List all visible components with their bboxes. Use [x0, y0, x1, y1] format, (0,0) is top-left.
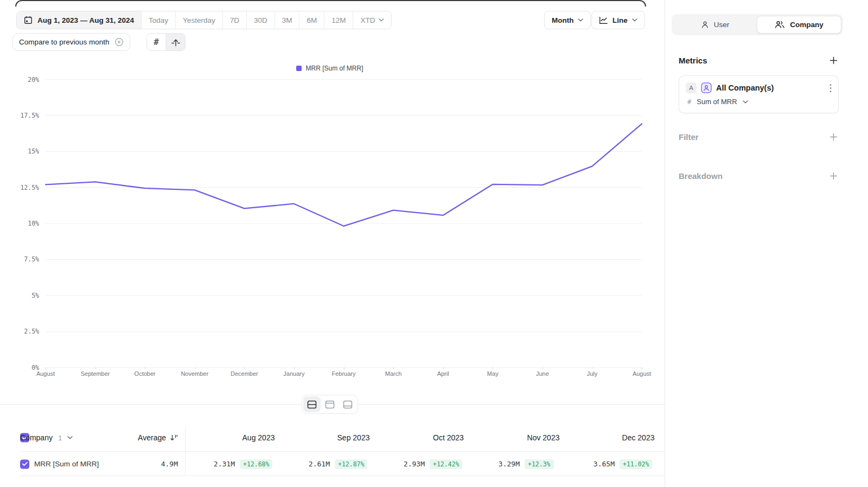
- compare-chip[interactable]: Compare to previous month: [12, 33, 130, 51]
- add-metric-button[interactable]: [829, 56, 838, 65]
- month-column-header[interactable]: Oct 2023: [401, 424, 496, 452]
- line-chart-plot-area[interactable]: [46, 79, 642, 367]
- company-metric-icon: [701, 82, 712, 93]
- chart-type-label: Line: [612, 16, 628, 24]
- cell-value: 2.93M: [401, 460, 425, 468]
- axis-tick: [195, 367, 195, 369]
- legend-label: MRR [Sum of MRR]: [305, 65, 363, 72]
- aggregation-label: Sum of MRR: [697, 98, 737, 106]
- month-column-header[interactable]: Nov 2023: [496, 424, 591, 452]
- range-preset-xtd[interactable]: XTD: [353, 11, 391, 29]
- x-axis-label: May: [487, 370, 499, 377]
- axis-tick: [542, 367, 543, 369]
- metric-card[interactable]: A All Company(s) # Sum of MRR: [679, 75, 839, 113]
- metric-menu-button[interactable]: [829, 84, 832, 93]
- calendar-icon: [24, 16, 33, 24]
- table-cell: 2.93M+12.42%: [401, 459, 496, 469]
- axis-tick: [344, 367, 344, 369]
- granularity-dropdown[interactable]: Month: [544, 11, 591, 29]
- table-row[interactable]: MRR [Sum of MRR] 4.9M 2.31M+12.68%2.61M+…: [0, 452, 665, 476]
- month-column-header[interactable]: Dec 2023: [591, 424, 665, 452]
- cell-value: 2.31M: [211, 460, 235, 468]
- axis-tick: [46, 367, 46, 369]
- average-column-header[interactable]: Average: [98, 424, 178, 452]
- line-chart-icon: [599, 16, 608, 24]
- x-axis-label: August: [36, 370, 55, 377]
- range-preset-button[interactable]: 6M: [299, 11, 324, 29]
- range-preset-button[interactable]: 7D: [222, 11, 246, 29]
- cell-value: 2.61M: [306, 460, 330, 468]
- mrr-line-series[interactable]: [46, 124, 642, 226]
- legend-swatch: [296, 66, 302, 71]
- main-panel: Aug 1, 2023 — Aug 31, 2024 TodayYesterda…: [0, 0, 665, 487]
- remove-compare-icon[interactable]: [114, 37, 124, 47]
- x-axis-label: April: [437, 370, 449, 377]
- entity-count: 1: [58, 434, 62, 442]
- delta-badge: +12.3%: [525, 459, 554, 469]
- chart-only-view-button[interactable]: [321, 396, 339, 412]
- hash-grid-icon: #: [154, 37, 158, 47]
- y-axis-label: 5%: [10, 292, 39, 299]
- split-view-icon: [307, 400, 317, 409]
- range-preset-button[interactable]: Yesterday: [175, 11, 222, 29]
- aggregation-selector[interactable]: # Sum of MRR: [679, 93, 838, 106]
- range-preset-button[interactable]: Today: [141, 11, 175, 29]
- range-preset-button[interactable]: 30D: [246, 11, 275, 29]
- sort-icon: [170, 434, 178, 441]
- metric-index-badge: A: [686, 82, 697, 93]
- axis-tick: [95, 367, 96, 369]
- layout-view-toggle: [302, 395, 358, 414]
- metric-row-average: 4.9M: [98, 452, 178, 476]
- chart-option-toggles: #: [146, 33, 186, 51]
- x-axis-label: October: [135, 370, 156, 377]
- chevron-down-icon: [632, 18, 637, 22]
- axis-tick: [443, 367, 444, 369]
- table-cell: 3.29M+12.3%: [496, 459, 591, 469]
- split-view-button[interactable]: [303, 396, 321, 412]
- chevron-down-icon: [67, 436, 73, 439]
- y-axis-label: 7.5%: [10, 255, 39, 263]
- x-axis-label: July: [587, 370, 598, 377]
- range-preset-button[interactable]: 12M: [324, 11, 353, 29]
- tab-user[interactable]: User: [673, 16, 757, 34]
- y-axis-label: 15%: [10, 148, 39, 155]
- x-axis-label: September: [81, 370, 110, 377]
- add-filter-button[interactable]: [829, 133, 838, 141]
- x-axis-label: June: [536, 370, 549, 377]
- bottom-view-icon: [343, 400, 353, 409]
- tab-company[interactable]: Company: [757, 16, 841, 34]
- delta-badge: +12.68%: [240, 459, 272, 469]
- axis-tick: [145, 367, 145, 369]
- month-column-header[interactable]: Sep 2023: [306, 424, 401, 452]
- x-axis-label: March: [385, 370, 402, 377]
- chart-legend[interactable]: MRR [Sum of MRR]: [0, 65, 660, 72]
- axis-tick: [592, 367, 592, 369]
- add-breakdown-button[interactable]: [829, 172, 838, 180]
- x-axis-label: November: [181, 370, 208, 377]
- grid-toggle-button[interactable]: #: [147, 34, 166, 50]
- metric-name: All Company(s): [716, 84, 774, 92]
- xtd-label: XTD: [360, 16, 375, 24]
- metric-row-name: MRR [Sum of MRR]: [34, 452, 99, 476]
- table-only-view-button[interactable]: [339, 396, 356, 412]
- range-preset-button[interactable]: 3M: [275, 11, 299, 29]
- average-label: Average: [138, 433, 166, 442]
- user-icon: [701, 21, 709, 29]
- month-column-header[interactable]: Aug 2023: [211, 424, 306, 452]
- tab-company-label: Company: [790, 21, 824, 29]
- config-sidebar: User Company Metrics A All Company(s): [665, 0, 868, 487]
- entity-label: Company: [20, 433, 53, 442]
- row-checkbox[interactable]: [20, 459, 29, 469]
- annotations-toggle-button[interactable]: [166, 34, 185, 50]
- chevron-down-icon: [743, 100, 748, 104]
- chart-type-dropdown[interactable]: Line: [591, 11, 645, 29]
- axis-tick: [493, 367, 493, 369]
- date-range-label: Aug 1, 2023 — Aug 31, 2024: [37, 16, 134, 24]
- table-header-row: Company 1 Average Aug 2023Sep 2023Oct 20…: [0, 424, 665, 452]
- y-axis-label: 12.5%: [10, 184, 39, 191]
- entity-tabs: User Company: [672, 14, 843, 35]
- entity-column-header[interactable]: Company 1: [20, 424, 73, 452]
- date-range-button[interactable]: Aug 1, 2023 — Aug 31, 2024: [17, 11, 141, 29]
- x-axis-label: January: [283, 370, 304, 377]
- table-cell: 2.31M+12.68%: [211, 459, 306, 469]
